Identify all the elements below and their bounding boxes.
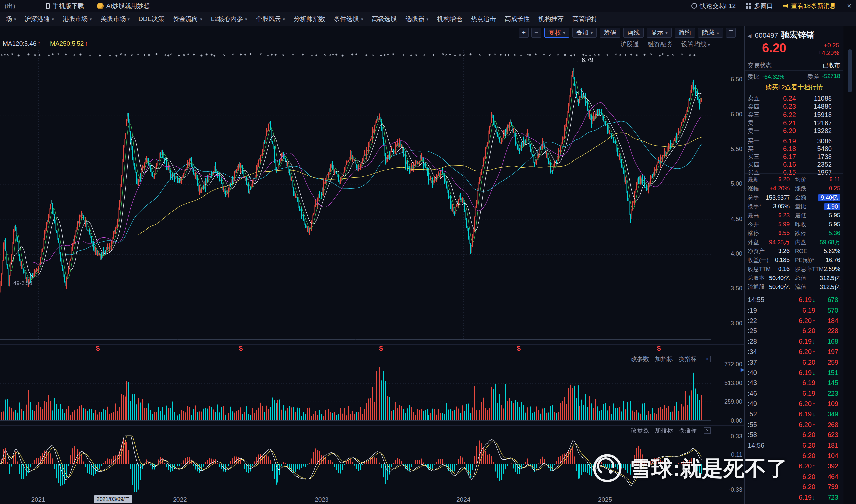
tick-time: 14:55 [748,296,775,304]
menu-item[interactable]: 机构增仓 [433,12,467,26]
fullscreen-button[interactable] [726,28,736,38]
menu-item[interactable]: 港股市场▾ [58,12,96,26]
toolbar-button-label: 画线 [627,29,640,37]
volume-canvas[interactable] [0,365,711,421]
ai-promo-link[interactable]: AI炒股就用妙想 [97,2,150,10]
menu-item[interactable]: 高管增持 [568,12,602,26]
order-price: 6.24 [766,95,796,102]
stat-value: 94.25万 [769,238,790,246]
panel-header-link[interactable]: 加指标 [655,355,673,363]
scrollbar-thumb[interactable] [848,49,852,92]
menu-item[interactable]: L2核心内参▾ [207,12,252,26]
menu-item[interactable]: 资金流向▾ [168,12,207,26]
quote-panel: ◀ 600497 驰宏锌锗 6.20 +0.25 +4.20% 交易状态 已收市… [744,26,843,504]
chart-quick-link[interactable]: 融资融券 [648,40,673,49]
tick-volume: 184 [815,317,840,325]
phone-download-button[interactable]: 手机版下载 [42,1,88,11]
tick-row: :406.19↓151 [748,367,840,378]
menu-item[interactable]: DDE决策 [134,12,168,26]
toolbar-button[interactable]: 筹码 [600,28,620,38]
menu-item[interactable]: 条件选股▾ [329,12,368,26]
tick-volume: 723 [815,494,840,501]
tick-volume: 197 [815,348,840,356]
stat-row: 今开5.99昨收5.95 [748,220,840,229]
menu-item-label: 高管增持 [572,15,598,23]
close-icon[interactable]: × [704,427,711,434]
chevron-down-icon: ▾ [14,17,16,21]
toolbar-button[interactable]: 简约 [675,28,695,38]
close-icon[interactable]: × [847,2,851,10]
stat-value: 6.55 [778,230,790,237]
panel-header-link[interactable]: 加指标 [655,427,673,434]
stat-label: 总股本 [748,274,765,282]
volume-axis-label: 259.00 [713,398,743,405]
price-change-pct: +4.20% [818,49,839,57]
toolbar-button[interactable]: 隐藏» [698,28,723,38]
stat-value: 6.11 [829,176,840,183]
quick-trade-button[interactable]: 快速交易F12 [691,2,736,10]
tick-price-value: 6.20 [802,327,815,335]
menu-item[interactable]: 沪深港通▾ [20,12,59,26]
panel-separator [0,425,744,426]
chart-quick-link[interactable]: 沪股通 [620,40,639,49]
selected-point-label: 49-3.50 [13,280,33,287]
quick-trade-icon [691,3,697,8]
tick-price-value: 6.20 [802,473,815,480]
menu-item-label: 机构增仓 [437,15,462,23]
tick-row: :226.20↑184 [748,316,840,326]
stat-label: 涨跌 [795,185,806,192]
close-icon[interactable]: × [704,356,711,362]
quick-trade-label: 快速交易F12 [700,2,736,10]
stat-value: 6.20 [778,176,790,183]
tick-volume: 228 [815,327,840,335]
stat-row: 股息TTM0.16股息率TTM2.59% [748,265,840,273]
chart-quick-link[interactable]: 设置均线 ▾ [681,40,710,49]
ma-legend: MA120:5.46↑MA250:5.52↑ [3,40,88,47]
toolbar-button[interactable]: 叠加▾ [572,28,597,38]
oscillator-canvas[interactable] [0,434,711,494]
kline-canvas[interactable] [0,50,711,344]
tick-time: :25 [748,327,775,335]
stat-label: 今开 [748,220,759,228]
tick-arrow-icon: ↓ [812,297,815,303]
stat-value: +4.20% [769,185,790,192]
messages-button[interactable]: 查看18条新消息 [783,2,836,10]
menu-item[interactable]: 高级选股 [368,12,402,26]
back-arrow-icon[interactable]: ◀ [747,33,751,39]
l2-upsell-link[interactable]: 购买L2查看十档行情 [745,83,843,92]
dividend-marker: $ [96,344,100,352]
menu-item[interactable]: 美股市场▾ [96,12,135,26]
time-axis-label: 2025 [598,496,612,503]
zoom-in-button[interactable]: + [519,28,529,38]
tick-price: 6.20 [775,359,815,366]
zoom-out-button[interactable]: − [532,28,541,38]
tick-volume: 145 [815,379,840,387]
menu-item[interactable]: 场▾ [1,12,20,26]
menu-item[interactable]: 机构推荐 [534,12,568,26]
order-price: 6.23 [766,103,796,110]
weicha-value: -52718 [822,73,840,81]
tick-list: 14:556.19↓678:196.19570:226.20↑184:256.2… [745,294,843,503]
multi-window-button[interactable]: 多窗口 [746,2,773,10]
tick-price: 6.20↑ [775,400,815,408]
panel-header-link[interactable]: 换指标 [679,355,697,363]
tick-price: 6.20↑ [775,421,815,429]
toolbar-button[interactable]: 显示▾ [647,28,672,38]
order-volume: 1738 [796,153,840,161]
menu-item[interactable]: 选股器▾ [402,12,433,26]
panel-header-link[interactable]: 改参数 [631,427,649,434]
menu-item[interactable]: 分析师指数 [289,12,329,26]
panel-header-link[interactable]: 改参数 [631,355,649,363]
toolbar-button[interactable]: 复权▾ [545,28,569,38]
order-volume: 14886 [796,103,840,110]
menu-item[interactable]: 高成长性 [500,12,534,26]
menu-item-label: 高成长性 [505,15,530,23]
menu-item[interactable]: 个股风云▾ [251,12,289,26]
price-axis-label: 6.00 [713,111,743,118]
toolbar-button[interactable]: 画线 [623,28,644,38]
menu-item[interactable]: 热点追击 [467,12,500,26]
stat-value: 1.90 [824,203,840,210]
tick-time: :55 [748,421,775,429]
panel-header-link[interactable]: 换指标 [679,427,697,434]
tick-price-value: 6.20 [802,452,815,459]
